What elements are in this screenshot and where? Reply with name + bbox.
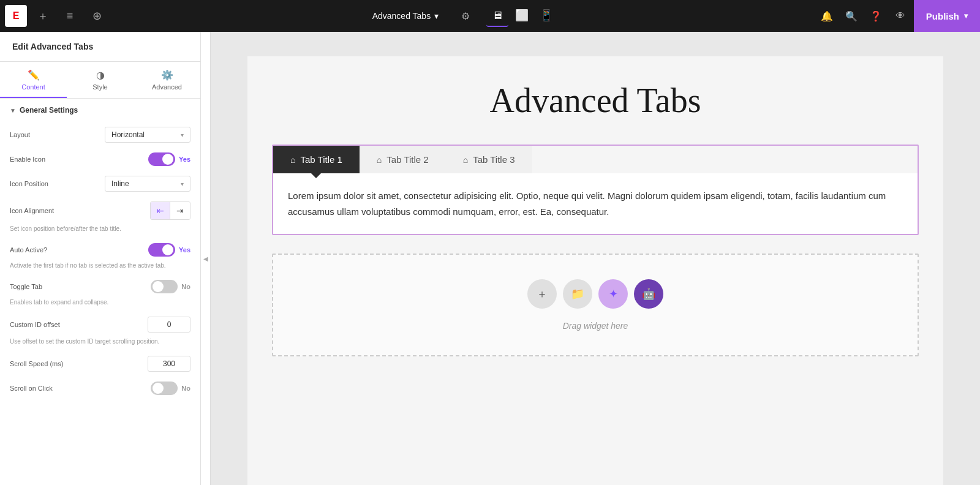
toggle-tab-label: Toggle Tab: [10, 283, 42, 290]
enable-icon-toggle-wrap: Yes: [148, 152, 190, 166]
icon-position-value: Inline: [111, 179, 129, 188]
main-content: Edit Advanced Tabs ✏️ Content ◑ Style ⚙️…: [0, 32, 980, 485]
scroll-on-click-setting: Scroll on Click No: [0, 377, 200, 400]
canvas-title: Advanced Tabs: [272, 81, 919, 120]
panel-toggle-button[interactable]: ≡: [59, 5, 81, 27]
custom-id-offset-hint: Use offset to set the custom ID target s…: [0, 337, 200, 351]
tab-title-3: Tab Title 3: [473, 154, 514, 165]
tab-title-1: Tab Title 1: [300, 154, 342, 165]
tab-style-label: Style: [92, 83, 107, 91]
plus-icon: ＋: [37, 9, 48, 23]
ai-button[interactable]: 🤖: [634, 279, 663, 309]
circle-half-icon: ◑: [96, 69, 105, 81]
auto-active-toggle-wrap: Yes: [148, 243, 190, 257]
align-before-button[interactable]: ⇤: [151, 202, 170, 219]
notifications-button[interactable]: 🔔: [816, 5, 838, 27]
topbar-center: Advanced Tabs ▾ ⚙ 🖥 ⬜ 📱: [366, 5, 557, 27]
toggle-tab-hint: Enables tab to expand and collapse.: [0, 298, 200, 312]
add-element-button[interactable]: ＋: [32, 5, 54, 27]
publish-button[interactable]: Publish ▾: [914, 0, 980, 32]
auto-active-setting: Auto Active? Yes: [0, 238, 200, 261]
layout-label: Layout: [10, 131, 30, 138]
tab-content-area: Lorem ipsum dolor sit amet, consectetur …: [273, 173, 918, 234]
mobile-device-button[interactable]: 📱: [535, 5, 557, 27]
topbar: E ＋ ≡ ⊕ Advanced Tabs ▾ ⚙ 🖥 ⬜ 📱: [0, 0, 980, 32]
layout-dropdown[interactable]: Horizontal ▾: [105, 127, 190, 143]
pencil-icon: ✏️: [28, 69, 40, 81]
publish-chevron-icon: ▾: [964, 12, 968, 20]
align-right-icon: ⇥: [176, 206, 184, 216]
layers-icon: ⊕: [92, 9, 102, 23]
panel-icon: ≡: [67, 10, 74, 23]
eye-icon: 👁: [895, 10, 905, 21]
folder-icon: 📁: [571, 287, 584, 301]
magic-button[interactable]: ✦: [598, 279, 628, 309]
tab-title-2: Tab Title 2: [386, 154, 428, 165]
home-icon-3: ⌂: [463, 155, 468, 165]
sidebar-panel: Edit Advanced Tabs ✏️ Content ◑ Style ⚙️…: [0, 32, 201, 485]
enable-icon-label: Enable Icon: [10, 156, 45, 163]
toggle-tab-setting: Toggle Tab No: [0, 275, 200, 298]
settings-button[interactable]: ⚙: [454, 5, 477, 27]
home-icon-2: ⌂: [377, 155, 382, 165]
chevron-down-icon: ▾: [434, 11, 439, 21]
sidebar-collapse-button[interactable]: ◀: [201, 32, 211, 485]
tab-style[interactable]: ◑ Style: [67, 62, 134, 98]
dropdown-caret2-icon: ▾: [181, 181, 184, 187]
custom-id-offset-input[interactable]: [148, 317, 190, 333]
scroll-on-click-toggle-wrap: No: [151, 382, 190, 395]
elementor-logo[interactable]: E: [5, 5, 27, 27]
tab-content-label: Content: [21, 83, 45, 91]
toggle-knob4: [153, 383, 164, 394]
custom-id-offset-label: Custom ID offset: [10, 321, 60, 328]
auto-active-toggle[interactable]: [148, 243, 175, 257]
folder-button[interactable]: 📁: [563, 279, 592, 309]
topbar-right: 🔔 🔍 ❓ 👁 Publish ▾: [816, 0, 980, 32]
scroll-on-click-label: Scroll on Click: [10, 385, 53, 392]
drag-widget-area[interactable]: ＋ 📁 ✦ 🤖 Drag widget here: [272, 254, 919, 356]
icon-position-dropdown[interactable]: Inline ▾: [105, 176, 190, 192]
tab-advanced[interactable]: ⚙️ Advanced: [134, 62, 200, 98]
toggle-tab-toggle[interactable]: [151, 280, 178, 293]
align-left-icon: ⇤: [157, 206, 164, 216]
sidebar-tabs: ✏️ Content ◑ Style ⚙️ Advanced: [0, 62, 200, 99]
general-settings-header[interactable]: ▼ General Settings: [0, 99, 200, 122]
tab-content[interactable]: ✏️ Content: [0, 62, 67, 98]
toggle-tab-toggle-label: No: [181, 283, 190, 290]
help-button[interactable]: ❓: [865, 5, 887, 27]
preview-button[interactable]: 👁: [889, 5, 911, 27]
home-icon-1: ⌂: [290, 155, 295, 165]
scroll-speed-input[interactable]: [148, 356, 190, 372]
tablet-device-button[interactable]: ⬜: [511, 5, 533, 27]
layout-value: Horizontal: [111, 130, 145, 139]
scroll-on-click-toggle[interactable]: [151, 382, 178, 395]
toggle-knob3: [153, 281, 164, 292]
tab-button-2[interactable]: ⌂ Tab Title 2: [360, 146, 446, 173]
desktop-device-button[interactable]: 🖥: [486, 5, 508, 27]
page-title-dropdown[interactable]: Advanced Tabs ▾: [366, 7, 445, 24]
tablet-icon: ⬜: [515, 9, 529, 22]
gear-small-icon: ⚙️: [161, 69, 173, 81]
tab-button-1[interactable]: ⌂ Tab Title 1: [273, 146, 360, 173]
enable-icon-toggle[interactable]: [148, 152, 175, 166]
gear-icon: ⚙: [461, 10, 470, 22]
bell-icon: 🔔: [821, 10, 833, 22]
help-icon: ❓: [870, 10, 882, 22]
tab-content-text: Lorem ipsum dolor sit amet, consectetur …: [288, 188, 903, 219]
tab-advanced-label: Advanced: [152, 83, 182, 91]
custom-id-offset-setting: Custom ID offset: [0, 312, 200, 337]
topbar-left: E ＋ ≡ ⊕: [0, 5, 108, 27]
toggle-knob: [162, 154, 173, 165]
tab-button-3[interactable]: ⌂ Tab Title 3: [446, 146, 532, 173]
navigator-button[interactable]: ⊕: [86, 5, 108, 27]
toggle-tab-toggle-wrap: No: [151, 280, 190, 293]
add-widget-button[interactable]: ＋: [527, 279, 557, 309]
tabs-widget: ⌂ Tab Title 1 ⌂ Tab Title 2 ⌂ Tab Title …: [272, 145, 919, 235]
drag-icons-row: ＋ 📁 ✦ 🤖: [527, 279, 663, 309]
device-switcher: 🖥 ⬜ 📱: [486, 5, 557, 27]
icon-alignment-setting: Icon Alignment ⇤ ⇥: [0, 197, 200, 225]
search-button[interactable]: 🔍: [840, 5, 862, 27]
align-after-button[interactable]: ⇥: [170, 202, 190, 219]
icon-position-setting: Icon Position Inline ▾: [0, 171, 200, 197]
enable-icon-toggle-label: Yes: [179, 156, 190, 163]
